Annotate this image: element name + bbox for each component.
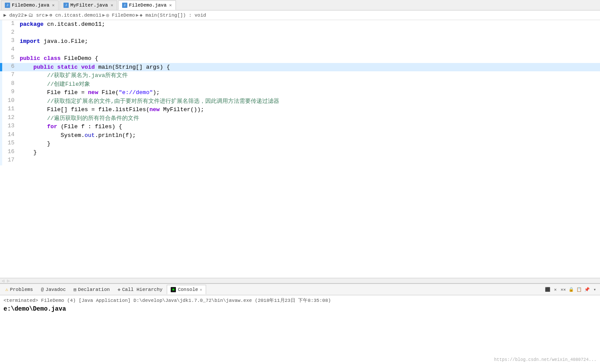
line-number: 15: [2, 140, 18, 148]
bottom-tab-bar: ⚠ Problems @ Javadoc ▤ Declaration ✤ Cal…: [0, 284, 600, 295]
table-row: 13 for (File f : files) {: [0, 122, 600, 131]
tab-close-icon[interactable]: ✕: [111, 3, 113, 8]
table-row: 14 System.out.println(f);: [0, 131, 600, 140]
line-code[interactable]: //获取扩展名为.java所有文件: [18, 71, 600, 80]
tab-filedemo1[interactable]: J FileDemo.java ✕: [1, 0, 59, 10]
warning-icon: ⚠: [5, 287, 8, 292]
line-code[interactable]: public class FileDemo {: [18, 54, 600, 63]
tab-label: FileDemo.java: [12, 3, 49, 8]
table-row: 6 public static void main(String[] args)…: [0, 63, 600, 72]
table-row: 9 File file = new File("e://demo");: [0, 88, 600, 97]
watermark: https://blog.csdn.net/weixin_4080724...: [494, 357, 596, 362]
table-row: 8 //创建File对象: [0, 80, 600, 89]
tab-javadoc-label: Javadoc: [46, 287, 66, 292]
bottom-panel: ⚠ Problems @ Javadoc ▤ Declaration ✤ Cal…: [0, 283, 600, 364]
console-icon: ■: [171, 287, 176, 292]
tab-filedemo2[interactable]: J FileDemo.java ✕: [118, 0, 176, 10]
tab-javadoc[interactable]: @ Javadoc: [37, 285, 69, 294]
editor-tab-bar: J FileDemo.java ✕ J MyFilter.java ✕ J Fi…: [0, 0, 600, 10]
console-action-bar: ⬛ ✕ ✕✕ 🔒 📋 📌 ▾: [544, 286, 600, 293]
console-terminated-text: <terminated> FileDemo (4) [Java Applicat…: [4, 297, 596, 304]
table-row: 16 }: [0, 148, 600, 157]
code-editor[interactable]: 1package cn.itcast.demo11;2 3import java…: [0, 20, 600, 283]
code-lines-table: 1package cn.itcast.demo11;2 3import java…: [0, 20, 600, 165]
tab-close-icon[interactable]: ✕: [52, 3, 55, 8]
tab-problems[interactable]: ⚠ Problems: [2, 285, 36, 294]
table-row: 7 //获取扩展名为.java所有文件: [0, 71, 600, 80]
line-number: 14: [2, 131, 18, 140]
console-link-icon: ✕: [200, 287, 202, 292]
table-row: 4: [0, 46, 600, 55]
java-icon: J: [63, 3, 69, 8]
table-row: 11 File[] files = file.listFiles(new MyF…: [0, 105, 600, 114]
breadcrumb: ▶ day22 ▶ 🗂 src ▶ ⊕ cn.itcast.demo11 ▶ ◎…: [0, 10, 600, 20]
tab-declaration-label: Declaration: [78, 287, 110, 292]
line-number: 8: [2, 80, 18, 89]
table-row: 3import java.io.File;: [0, 37, 600, 46]
view-menu-button[interactable]: ▾: [591, 286, 598, 293]
line-code[interactable]: System.out.println(f);: [18, 131, 600, 140]
java-icon: J: [5, 3, 10, 8]
line-code[interactable]: [18, 157, 600, 165]
pin-button[interactable]: 📌: [583, 286, 590, 293]
line-number: 12: [2, 114, 18, 123]
table-row: 5public class FileDemo {: [0, 54, 600, 63]
tab-console[interactable]: ■ Console ✕: [167, 285, 206, 294]
table-row: 1package cn.itcast.demo11;: [0, 20, 600, 29]
hierarchy-icon: ✤: [118, 287, 120, 292]
breadcrumb-package[interactable]: ⊕ cn.itcast.demo11: [49, 12, 102, 18]
remove-all-button[interactable]: ✕✕: [560, 286, 567, 293]
line-code[interactable]: File file = new File("e://demo");: [18, 88, 600, 97]
tab-close-icon[interactable]: ✕: [169, 3, 172, 8]
line-number: 11: [2, 105, 18, 114]
tab-problems-label: Problems: [10, 287, 33, 292]
line-number: 17: [2, 157, 18, 165]
line-code[interactable]: for (File f : files) {: [18, 122, 600, 131]
new-console-button[interactable]: 📋: [575, 286, 582, 293]
line-code[interactable]: File[] files = file.listFiles(new MyFilt…: [18, 105, 600, 114]
breadcrumb-method[interactable]: ◈ main(String[]) : void: [140, 12, 206, 18]
line-number: 10: [2, 97, 18, 106]
table-row: 15 }: [0, 140, 600, 148]
table-row: 12 //遍历获取到的所有符合条件的文件: [0, 114, 600, 123]
table-row: 2: [0, 29, 600, 38]
breadcrumb-class[interactable]: ◎ FileDemo: [106, 12, 135, 18]
horizontal-scrollbar[interactable]: ◁ ▷: [0, 278, 600, 283]
stop-button[interactable]: ⬛: [544, 286, 551, 293]
line-code[interactable]: [18, 29, 600, 38]
line-code[interactable]: //遍历获取到的所有符合条件的文件: [18, 114, 600, 123]
line-code[interactable]: //创建File对象: [18, 80, 600, 89]
remove-button[interactable]: ✕: [552, 286, 559, 293]
java-icon: J: [122, 3, 127, 8]
line-code[interactable]: package cn.itcast.demo11;: [18, 20, 600, 29]
tab-callhierarchy[interactable]: ✤ Call Hierarchy: [114, 285, 166, 294]
line-code[interactable]: }: [18, 148, 600, 157]
line-number: 3: [2, 37, 18, 46]
line-number: 13: [2, 122, 18, 131]
line-number: 16: [2, 148, 18, 157]
tab-myfilter[interactable]: J MyFilter.java ✕: [60, 0, 117, 10]
line-number: 9: [2, 88, 18, 97]
table-row: 10 //获取指定扩展名的文件,由于要对所有文件进行扩展名筛选，因此调用方法需要…: [0, 97, 600, 106]
line-code[interactable]: import java.io.File;: [18, 37, 600, 46]
breadcrumb-src[interactable]: 🗂 src: [28, 12, 45, 18]
tab-declaration[interactable]: ▤ Declaration: [70, 285, 113, 294]
line-code[interactable]: [18, 46, 600, 55]
tab-label: FileDemo.java: [129, 3, 167, 8]
at-icon: @: [41, 287, 44, 292]
declaration-icon: ▤: [74, 287, 76, 292]
line-number: 7: [2, 71, 18, 80]
scroll-lock-button[interactable]: 🔒: [568, 286, 575, 293]
breadcrumb-day22[interactable]: day22: [9, 13, 24, 18]
console-output-area: <terminated> FileDemo (4) [Java Applicat…: [0, 295, 600, 364]
line-code[interactable]: }: [18, 140, 600, 148]
console-output-text: e:\demo\Demo.java: [4, 305, 596, 312]
code-scroll-area[interactable]: 1package cn.itcast.demo11;2 3import java…: [0, 20, 600, 278]
line-code[interactable]: //获取指定扩展名的文件,由于要对所有文件进行扩展名筛选，因此调用方法需要传递过…: [18, 97, 600, 106]
table-row: 17: [0, 157, 600, 165]
line-number: 6: [2, 63, 18, 72]
line-number: 5: [2, 54, 18, 63]
line-code[interactable]: public static void main(String[] args) {: [18, 63, 600, 72]
breadcrumb-icon: ▶: [4, 12, 7, 18]
line-number: 1: [2, 20, 18, 29]
